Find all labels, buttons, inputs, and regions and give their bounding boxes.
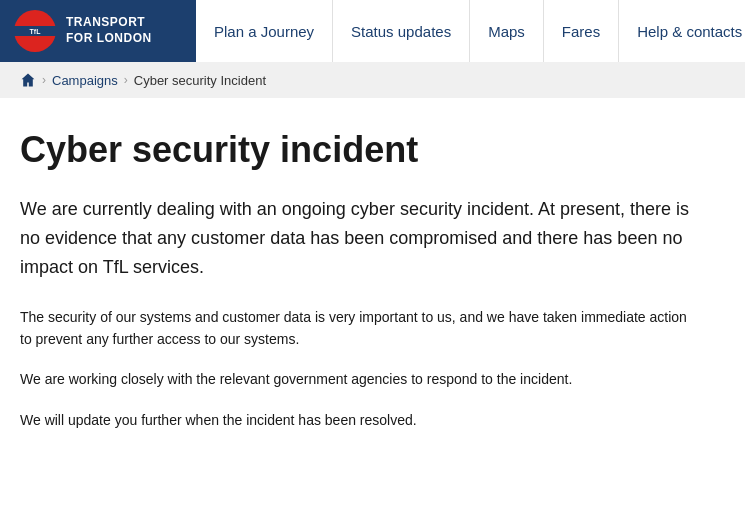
body-paragraph-2: We are working closely with the relevant… [20,368,700,390]
nav-link-help-contacts[interactable]: Help & contacts [619,0,745,62]
tfl-logo: TfL TRANSPORT FOR LONDON [0,0,196,62]
home-icon [20,72,36,88]
tfl-roundel-icon: TfL [14,10,56,52]
nav-link-plan-journey[interactable]: Plan a Journey [196,0,333,62]
tfl-brand-name: TRANSPORT FOR LONDON [66,15,152,46]
breadcrumb-campaigns-link[interactable]: Campaigns [52,73,118,88]
breadcrumb: › Campaigns › Cyber security Incident [0,62,745,98]
nav-link-fares[interactable]: Fares [544,0,619,62]
nav-link-maps[interactable]: Maps [470,0,544,62]
main-content: Cyber security incident We are currently… [0,98,720,489]
body-paragraph-1: The security of our systems and customer… [20,306,700,351]
breadcrumb-sep-1: › [42,73,46,87]
intro-paragraph: We are currently dealing with an ongoing… [20,195,700,281]
main-nav: TfL TRANSPORT FOR LONDON Plan a Journey … [0,0,745,62]
nav-links: Plan a Journey Status updates Maps Fares… [196,0,745,62]
page-title: Cyber security incident [20,128,700,171]
breadcrumb-current: Cyber security Incident [134,73,266,88]
breadcrumb-home-link[interactable] [20,72,36,88]
body-paragraph-3: We will update you further when the inci… [20,409,700,431]
breadcrumb-sep-2: › [124,73,128,87]
nav-link-status-updates[interactable]: Status updates [333,0,470,62]
svg-text:TfL: TfL [30,28,42,35]
